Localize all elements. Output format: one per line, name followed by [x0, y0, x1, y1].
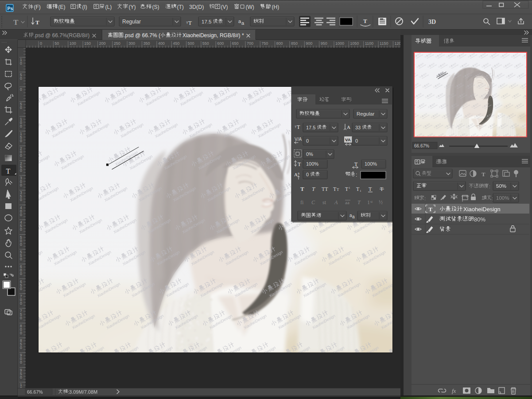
svg-text:.psd @ 66.7% (: .psd @ 66.7% (	[124, 32, 160, 39]
svg-text:T: T	[337, 187, 339, 192]
svg-text:T: T	[300, 186, 304, 192]
svg-text:1: 1	[367, 199, 370, 205]
svg-text:VA: VA	[345, 137, 351, 142]
svg-text:aa: aa	[345, 200, 349, 205]
svg-text:fx: fx	[452, 387, 456, 394]
svg-text:3D: 3D	[428, 19, 436, 25]
svg-text:XiaoheiDesign, RGB/8#) *: XiaoheiDesign, RGB/8#) *	[183, 32, 244, 39]
svg-text:T: T	[13, 18, 19, 27]
svg-text:(V): (V)	[221, 4, 228, 10]
svg-text:80%: 80%	[474, 216, 485, 223]
svg-text:0: 0	[20, 87, 22, 92]
svg-text:(E): (E)	[58, 4, 66, 10]
svg-text::: :	[489, 184, 490, 189]
svg-text:150: 150	[84, 41, 91, 46]
svg-text:T: T	[429, 206, 433, 213]
svg-text:100%: 100%	[306, 161, 318, 167]
svg-text:100%: 100%	[496, 195, 509, 201]
svg-text:Regular: Regular	[122, 19, 141, 25]
svg-text:0: 0	[40, 41, 42, 46]
svg-text:3D(D): 3D(D)	[189, 4, 204, 10]
svg-text:Ps: Ps	[8, 6, 13, 11]
svg-text:TT: TT	[322, 186, 328, 192]
svg-text:T: T	[333, 186, 337, 192]
svg-text:.psd @ 66.7%(RGB/8#): .psd @ 66.7%(RGB/8#)	[34, 32, 89, 39]
svg-text:T: T	[354, 161, 358, 167]
svg-text:st: st	[370, 200, 373, 204]
svg-text:(I): (I)	[82, 4, 87, 10]
svg-text:1150: 1150	[380, 41, 388, 46]
svg-text:V/A: V/A	[295, 137, 302, 142]
svg-text:0: 0	[20, 375, 22, 380]
svg-text:250: 250	[114, 41, 120, 46]
svg-text:(S): (S)	[152, 4, 159, 10]
svg-text:0: 0	[20, 124, 22, 128]
svg-text:550: 550	[202, 41, 209, 46]
svg-text:T: T	[356, 186, 360, 192]
svg-text:0: 0	[306, 138, 309, 143]
svg-text:A: A	[334, 199, 338, 205]
svg-text:0: 0	[20, 360, 22, 364]
svg-text:0: 0	[20, 287, 22, 291]
svg-text:T: T	[188, 19, 192, 26]
svg-text:350: 350	[143, 41, 150, 46]
svg-text:T: T	[482, 171, 485, 178]
svg-text:66.67%: 66.67%	[27, 389, 43, 395]
svg-text:950: 950	[321, 41, 327, 46]
svg-text:500: 500	[188, 41, 194, 46]
svg-text:1000: 1000	[335, 41, 344, 46]
svg-text:600: 600	[217, 41, 224, 46]
svg-text:1: 1	[360, 189, 361, 193]
svg-text::: :	[356, 172, 357, 178]
svg-text:650: 650	[232, 41, 239, 46]
svg-text:0: 0	[20, 76, 22, 81]
svg-text:XiaoheiDesign: XiaoheiDesign	[463, 206, 501, 213]
svg-text:0%: 0%	[306, 151, 313, 157]
svg-text:(L): (L)	[105, 4, 112, 10]
svg-text:0: 0	[20, 242, 22, 247]
svg-text:(Y): (Y)	[129, 4, 136, 10]
svg-text:450: 450	[173, 41, 179, 46]
svg-text:0: 0	[20, 139, 22, 143]
svg-text:T: T	[298, 161, 301, 167]
svg-text:(T): (T)	[177, 4, 184, 10]
svg-text:C: C	[311, 199, 315, 205]
svg-text:0: 0	[20, 316, 22, 320]
svg-text:A: A	[294, 172, 298, 177]
svg-text:0: 0	[20, 257, 22, 261]
svg-text:400: 400	[158, 41, 165, 46]
svg-text:850: 850	[291, 41, 298, 46]
svg-text:17.5: 17.5	[202, 19, 211, 24]
svg-text:0: 0	[20, 345, 22, 350]
svg-text:0: 0	[20, 331, 22, 335]
svg-text:a: a	[352, 214, 355, 219]
svg-text:st: st	[322, 199, 326, 205]
svg-text:0: 0	[20, 227, 22, 232]
svg-text:a: a	[298, 172, 299, 175]
svg-text:T: T	[312, 186, 315, 192]
svg-text:33: 33	[355, 125, 361, 130]
svg-text:Regular: Regular	[357, 111, 374, 116]
svg-text:17.5: 17.5	[306, 125, 315, 130]
svg-text:0: 0	[20, 198, 22, 202]
svg-text:(W): (W)	[246, 4, 254, 10]
svg-text:900: 900	[306, 41, 312, 46]
svg-text:0: 0	[306, 172, 309, 177]
svg-text:300: 300	[128, 41, 135, 46]
svg-text:0: 0	[20, 183, 22, 187]
svg-text:100%: 100%	[365, 161, 377, 167]
svg-text:50%: 50%	[496, 183, 506, 189]
svg-text:0: 0	[20, 168, 22, 173]
svg-text:T: T	[6, 167, 11, 175]
svg-text:a: a	[238, 19, 241, 24]
svg-text:a: a	[241, 20, 245, 26]
svg-text:T: T	[369, 186, 372, 192]
svg-text:T: T	[297, 124, 300, 130]
svg-text::: :	[424, 196, 426, 201]
svg-text:800: 800	[276, 41, 283, 46]
svg-text:66.67%: 66.67%	[414, 143, 429, 148]
svg-text:T: T	[35, 19, 39, 26]
svg-text:A: A	[347, 124, 350, 130]
svg-text:0: 0	[20, 153, 22, 158]
svg-text:1: 1	[349, 186, 350, 190]
